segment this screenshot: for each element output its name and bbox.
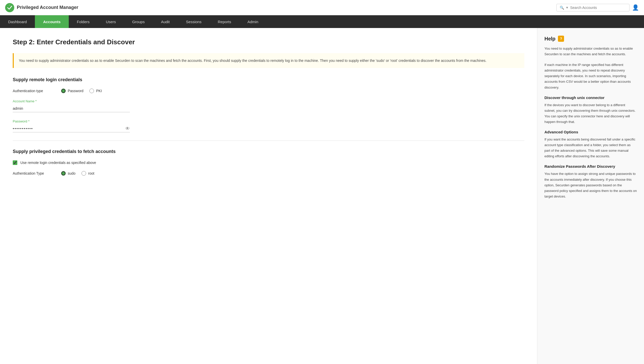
- nav-item-audit[interactable]: Audit: [153, 15, 178, 28]
- help-randomize-text: You have the option to assign strong and…: [544, 171, 637, 199]
- account-name-input[interactable]: [13, 105, 130, 112]
- auth-root-label: root: [88, 171, 94, 175]
- search-icon: 🔍: [560, 6, 564, 10]
- svg-point-0: [5, 3, 14, 12]
- nav-item-users[interactable]: Users: [98, 15, 124, 28]
- auth-sudo-label: sudo: [68, 171, 75, 175]
- use-remote-checkbox-row[interactable]: Use remote login credentials as specifie…: [13, 160, 524, 165]
- user-menu-button[interactable]: 👤: [632, 4, 639, 11]
- help-unix-title: Discover through unix connector: [544, 95, 637, 100]
- logo-area: Privileged Account Manager: [5, 3, 78, 12]
- password-wrapper: 👁: [13, 125, 130, 132]
- auth-type-radio-group-2: sudo root: [61, 171, 94, 176]
- account-name-label: Account Name *: [13, 99, 130, 103]
- auth-sudo-option[interactable]: sudo: [61, 171, 75, 176]
- help-intro-1: You need to supply administrator credent…: [544, 46, 637, 57]
- header: Privileged Account Manager 🔍 ▼ 👤: [0, 0, 644, 15]
- help-advanced-title: Advanced Options: [544, 130, 637, 134]
- auth-sudo-radio[interactable]: [61, 171, 66, 176]
- auth-type-radio-group: Password PKI: [61, 89, 102, 93]
- app-logo-icon: [5, 3, 14, 12]
- auth-type-label-2: Authentication Type: [13, 171, 53, 175]
- auth-root-radio[interactable]: [81, 171, 86, 176]
- search-input[interactable]: [570, 6, 626, 10]
- auth-pki-label: PKI: [96, 89, 102, 93]
- search-area[interactable]: 🔍 ▼: [556, 4, 629, 11]
- nav-bar: Dashboard Accounts Folders Users Groups …: [0, 15, 644, 28]
- nav-item-reports[interactable]: Reports: [210, 15, 239, 28]
- account-name-field-group: Account Name *: [13, 99, 130, 112]
- page-title: Step 2: Enter Credentials and Discover: [13, 38, 524, 46]
- app-title: Privileged Account Manager: [17, 5, 78, 10]
- toggle-password-button[interactable]: 👁: [125, 126, 130, 131]
- help-intro-2: If each machine in the IP range specifie…: [544, 62, 637, 90]
- info-box: You need to supply administrator credent…: [13, 53, 524, 68]
- password-label: Password *: [13, 119, 130, 123]
- use-remote-checkbox[interactable]: [13, 160, 17, 165]
- nav-item-dashboard[interactable]: Dashboard: [0, 15, 35, 28]
- section-divider: [13, 141, 524, 141]
- help-title-area: Help ?: [544, 36, 637, 42]
- auth-password-option[interactable]: Password: [61, 89, 83, 93]
- nav-item-accounts[interactable]: Accounts: [35, 15, 68, 28]
- nav-item-groups[interactable]: Groups: [124, 15, 153, 28]
- content-area: Step 2: Enter Credentials and Discover Y…: [0, 28, 537, 364]
- main-layout: Step 2: Enter Credentials and Discover Y…: [0, 28, 644, 364]
- help-sidebar: Help ? You need to supply administrator …: [537, 28, 644, 364]
- auth-type-row-2: Authentication Type sudo root: [13, 171, 524, 176]
- header-right: 🔍 ▼ 👤: [556, 4, 639, 11]
- password-input[interactable]: [13, 125, 130, 132]
- help-badge: ?: [558, 36, 564, 42]
- privileged-section-title: Supply privileged credentials to fetch a…: [13, 149, 524, 154]
- info-text: You need to supply administrator credent…: [19, 59, 486, 63]
- help-unix-text: If the devices you want to discover belo…: [544, 102, 637, 125]
- auth-type-row: Authentication type Password PKI: [13, 89, 524, 93]
- use-remote-label: Use remote login credentials as specifie…: [20, 161, 96, 165]
- search-dropdown-icon[interactable]: ▼: [566, 6, 569, 9]
- nav-item-folders[interactable]: Folders: [69, 15, 98, 28]
- auth-pki-option[interactable]: PKI: [89, 89, 102, 93]
- help-title-text: Help: [544, 36, 555, 42]
- nav-item-admin[interactable]: Admin: [239, 15, 267, 28]
- auth-password-radio[interactable]: [61, 89, 66, 93]
- auth-pki-radio[interactable]: [89, 89, 94, 93]
- supply-section-title: Supply remote login credentials: [13, 77, 524, 82]
- auth-password-label: Password: [68, 89, 83, 93]
- help-advanced-text: If you want the accounts being discovere…: [544, 137, 637, 159]
- auth-type-label: Authentication type: [13, 89, 53, 93]
- nav-item-sessions[interactable]: Sessions: [178, 15, 210, 28]
- password-field-group: Password * 👁: [13, 119, 130, 132]
- help-randomize-title: Randomize Passwords After Discovery: [544, 164, 637, 169]
- auth-root-option[interactable]: root: [81, 171, 94, 176]
